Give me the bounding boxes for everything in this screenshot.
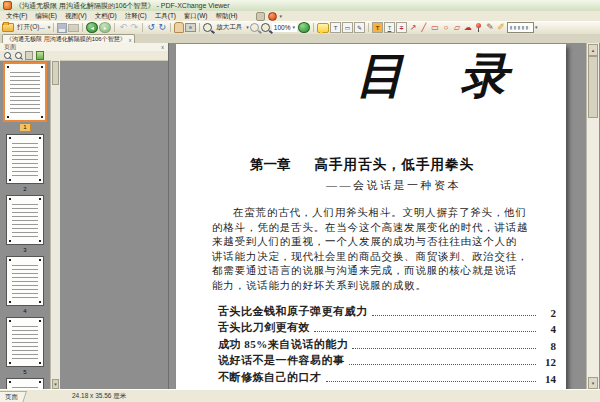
menu-item-document[interactable]: 文档(D) xyxy=(91,11,121,21)
redo-button[interactable]: ↷ xyxy=(129,22,139,33)
thumbnail-page-2[interactable]: 2 xyxy=(0,134,50,193)
paragraph-line: 能力，说话能力的好坏关系到说服的成败。 xyxy=(212,279,542,294)
toc-entry[interactable]: 舌头比刀剑更有效4 xyxy=(218,319,556,336)
paragraph-line: 在蛮荒的古代，人们用斧头相斗。文明人摒弃了斧头，他们 xyxy=(212,206,542,221)
close-pane-icon[interactable]: x xyxy=(161,44,164,50)
zoom-in-button[interactable] xyxy=(261,22,271,33)
main-area: 页面 x 123456 ▾ 目 录 第一章 高手用舌头，低手用拳头 ——会说话是… xyxy=(0,43,600,390)
document-view: 目 录 第一章 高手用舌头，低手用拳头 ——会说话是一种资本 在蛮荒的古代，人们… xyxy=(169,43,600,390)
thumbnail-image[interactable] xyxy=(6,317,44,367)
menu-item-tools[interactable]: 工具(T) xyxy=(151,11,180,21)
print-button[interactable] xyxy=(68,22,79,33)
snapshot-button[interactable] xyxy=(185,22,196,33)
rotate-cw-button[interactable]: ↻ xyxy=(157,22,167,33)
zoom-tool-button[interactable]: 放大工具 ▾ xyxy=(203,22,249,33)
pane-properties-button[interactable] xyxy=(36,52,44,60)
thumbnail-content xyxy=(12,143,38,177)
pushpin-icon xyxy=(476,23,481,32)
thumbnail-page-1[interactable]: 1 xyxy=(0,62,50,132)
chevron-down-icon: ▾ xyxy=(292,25,295,30)
zoom-out-icon xyxy=(15,52,22,59)
camera-icon xyxy=(185,23,196,32)
arrow-tool-button[interactable]: ↗ xyxy=(408,22,418,33)
zoom-out-icon xyxy=(250,23,259,32)
chapter-title: 高手用舌头，低手用拳头 xyxy=(315,156,475,174)
chapter-number: 第一章 xyxy=(250,156,291,174)
open-button[interactable]: 打开(O)... ▾ xyxy=(2,22,50,33)
toc-entry[interactable]: 不断修炼自己的口才14 xyxy=(218,368,556,385)
hand-tool-button[interactable] xyxy=(174,22,184,33)
pencil-tool-button[interactable]: ✎ xyxy=(485,22,495,33)
menu-item-help[interactable]: 帮助(H) xyxy=(212,11,242,21)
chevron-down-icon[interactable]: ▾ xyxy=(48,25,51,30)
strikeout-tool-button[interactable]: T xyxy=(396,22,407,33)
zoom-in-icon xyxy=(261,23,270,32)
undo-button[interactable]: ↶ xyxy=(118,22,128,33)
highlight-tool-button[interactable]: T xyxy=(372,22,383,33)
paragraph-line: 讲话能力决定，现代社会里的商品交换、商贸谈判、政治交往， xyxy=(212,250,542,265)
next-view-button[interactable]: ▸ xyxy=(99,22,111,33)
hand-tool-icon[interactable] xyxy=(256,12,265,21)
rectangle-tool-button[interactable]: ▭ xyxy=(430,22,440,33)
close-tab-icon[interactable]: x xyxy=(129,37,132,43)
scrollbar-thumb[interactable] xyxy=(52,61,59,85)
save-icon xyxy=(57,23,67,33)
comment-button[interactable] xyxy=(317,22,329,33)
menu-item-comment[interactable]: 注释(C) xyxy=(121,11,151,21)
thumbnail-page-4[interactable]: 4 xyxy=(0,256,50,315)
pane-options-button[interactable] xyxy=(25,52,33,60)
thumbnail-scrollbar[interactable]: ▾ xyxy=(50,60,60,390)
toc-entry[interactable]: 说好话不是一件容易的事12 xyxy=(218,352,556,369)
toc-entry[interactable]: 成功 85%来自说话的能力8 xyxy=(218,335,556,352)
hand-icon xyxy=(174,22,184,33)
thumbnail-image[interactable] xyxy=(6,256,44,306)
scrollbar-thumb[interactable] xyxy=(588,56,598,118)
paragraph-line: 都需要通过语言的说服与沟通来完成，而说服的核心就是说话 xyxy=(212,264,542,279)
thumbnail-image[interactable] xyxy=(6,134,44,184)
save-button[interactable] xyxy=(57,22,67,33)
zoom-level-select[interactable]: 100% ▾ xyxy=(272,23,297,32)
toc-entry-title: 舌头比金钱和原子弹更有威力 xyxy=(218,304,368,319)
scroll-down-icon[interactable]: ▾ xyxy=(588,377,598,389)
chevron-down-icon[interactable]: ▾ xyxy=(246,25,249,30)
polygon-tool-button[interactable]: ▱ xyxy=(452,22,462,33)
menu-item-window[interactable]: 窗口(W) xyxy=(180,11,211,21)
toc-list: 舌头比金钱和原子弹更有威力2舌头比刀剑更有效4成功 85%来自说话的能力8说好话… xyxy=(218,302,556,385)
cloud-tool-button[interactable]: ☁ xyxy=(463,22,473,33)
launch-application-icon[interactable] xyxy=(268,12,277,21)
scroll-up-icon[interactable]: ▴ xyxy=(588,44,598,56)
toc-dotted-leader xyxy=(349,364,537,365)
zoom-out-button[interactable] xyxy=(250,22,260,33)
thumbnail-image[interactable] xyxy=(6,195,44,245)
menu-item-view[interactable]: 视图(V) xyxy=(61,11,91,21)
underline-tool-button[interactable]: T xyxy=(384,22,395,33)
chevron-down-icon[interactable]: ▾ xyxy=(535,25,538,30)
refresh-button[interactable] xyxy=(298,22,310,33)
toc-dotted-leader xyxy=(326,381,537,382)
highlighter-pen-button[interactable]: ✐ xyxy=(496,22,506,33)
thumbnail-zoom-out-button[interactable] xyxy=(14,52,22,60)
thumbnail-page-5[interactable]: 5 xyxy=(0,317,50,376)
speech-bubble-icon xyxy=(317,23,329,33)
thumbnail-image[interactable] xyxy=(3,62,47,122)
menu-item-edit[interactable]: 编辑(E) xyxy=(31,11,61,21)
properties-icon xyxy=(36,51,44,60)
pin-tool-button[interactable] xyxy=(474,22,484,33)
chevron-down-icon[interactable]: ▾ xyxy=(280,14,283,19)
line-tool-button[interactable]: ╱ xyxy=(419,22,429,33)
previous-view-button[interactable]: ◂ xyxy=(86,22,98,33)
textbox-tool-button[interactable]: ▭ xyxy=(342,22,353,33)
rotate-ccw-button[interactable]: ↺ xyxy=(146,22,156,33)
window-title: 《沟通无极限 用沟通化解隔膜的106个智慧》 - PDF-XChange Vie… xyxy=(15,1,230,11)
scroll-down-icon[interactable]: ▾ xyxy=(52,379,59,389)
callout-tool-button[interactable]: ✎ xyxy=(354,22,365,33)
thumbnail-page-3[interactable]: 3 xyxy=(0,195,50,254)
stamp-tool-button[interactable]: ▾ xyxy=(507,22,538,33)
menu-item-file[interactable]: 文件(F) xyxy=(2,11,31,21)
pages-pane-bottom-tab[interactable]: 页面 xyxy=(0,391,27,402)
thumbnail-zoom-in-button[interactable] xyxy=(3,52,11,60)
document-scrollbar[interactable]: ▴ ▾ xyxy=(586,43,599,390)
oval-tool-button[interactable]: ○ xyxy=(441,22,451,33)
toc-entry[interactable]: 舌头比金钱和原子弹更有威力2 xyxy=(218,302,556,319)
typewriter-tool-button[interactable]: T xyxy=(330,22,341,33)
